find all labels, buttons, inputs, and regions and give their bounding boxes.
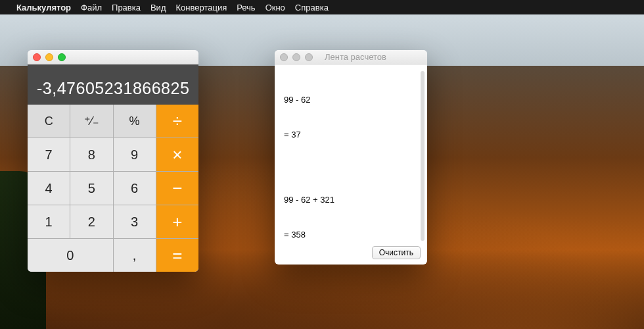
tape-titlebar[interactable]: Лента расчетов: [275, 50, 427, 64]
digit-6-button[interactable]: 6: [114, 172, 156, 205]
calculator-titlebar[interactable]: [28, 50, 198, 64]
menu-convert[interactable]: Конвертация: [175, 3, 227, 13]
menubar: Калькулятор Файл Правка Вид Конвертация …: [0, 0, 644, 14]
digit-0-button[interactable]: 0: [28, 239, 113, 272]
close-icon[interactable]: [33, 53, 41, 61]
calculator-window: -3,47605231866825 C ⁺⁄₋ % ÷ 7 8 9 × 4 5 …: [28, 50, 198, 272]
negate-button[interactable]: ⁺⁄₋: [70, 105, 112, 138]
digit-9-button[interactable]: 9: [114, 138, 156, 171]
subtract-button[interactable]: −: [156, 172, 198, 205]
divide-button[interactable]: ÷: [156, 105, 198, 138]
calculator-keypad: C ⁺⁄₋ % ÷ 7 8 9 × 4 5 6 − 1 2 3 + 0 , =: [28, 105, 198, 272]
tape-window: Лента расчетов 99 - 62 = 37 99 - 62 + 32…: [275, 50, 427, 265]
menu-file[interactable]: Файл: [81, 3, 102, 13]
digit-4-button[interactable]: 4: [28, 172, 70, 205]
menu-edit[interactable]: Правка: [112, 3, 141, 13]
multiply-button[interactable]: ×: [156, 138, 198, 171]
digit-1-button[interactable]: 1: [28, 205, 70, 238]
close-icon[interactable]: [280, 53, 288, 61]
menu-view[interactable]: Вид: [150, 3, 166, 13]
digit-5-button[interactable]: 5: [70, 172, 112, 205]
digit-3-button[interactable]: 3: [114, 205, 156, 238]
equals-button[interactable]: =: [156, 239, 198, 272]
tape-entry: 99 - 62 = 37: [284, 71, 417, 163]
calculator-display: -3,47605231866825: [28, 64, 198, 105]
tape-result: = 358: [284, 229, 417, 241]
menu-speech[interactable]: Речь: [237, 3, 255, 13]
percent-button[interactable]: %: [114, 105, 156, 138]
minimize-icon[interactable]: [45, 53, 53, 61]
tape-result: = 37: [284, 129, 417, 141]
decimal-button[interactable]: ,: [114, 239, 156, 272]
menu-window[interactable]: Окно: [265, 3, 285, 13]
tape-expr: 99 - 62: [284, 94, 417, 106]
app-name[interactable]: Калькулятор: [16, 3, 71, 13]
digit-2-button[interactable]: 2: [70, 205, 112, 238]
menu-help[interactable]: Справка: [295, 3, 329, 13]
add-button[interactable]: +: [156, 205, 198, 238]
tape-history: 99 - 62 = 37 99 - 62 + 321 = 358 99 - 62…: [284, 71, 417, 265]
clear-tape-button[interactable]: Очистить: [372, 246, 421, 259]
scrollbar[interactable]: [421, 71, 425, 241]
tape-expr: 99 - 62 + 321: [284, 194, 417, 206]
digit-7-button[interactable]: 7: [28, 138, 70, 171]
digit-8-button[interactable]: 8: [70, 138, 112, 171]
clear-button[interactable]: C: [28, 105, 70, 138]
tape-title: Лента расчетов: [289, 52, 422, 62]
zoom-icon[interactable]: [58, 53, 66, 61]
